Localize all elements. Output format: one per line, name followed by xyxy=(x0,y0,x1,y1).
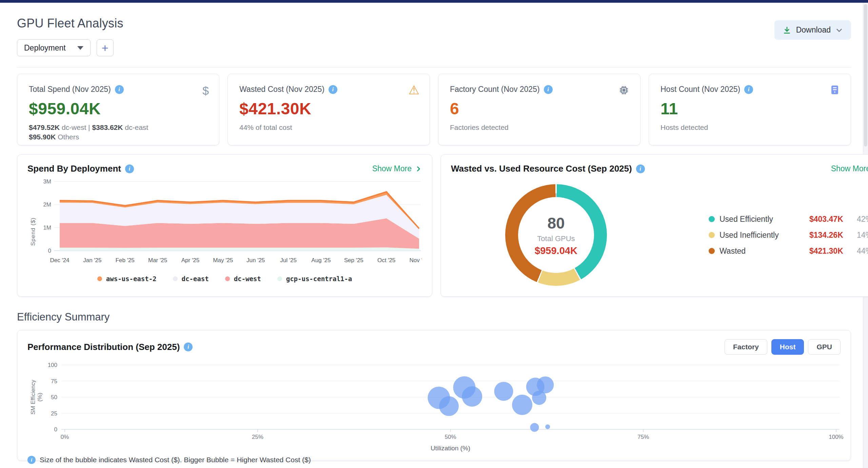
info-icon[interactable]: i xyxy=(184,343,193,351)
svg-text:Mar '25: Mar '25 xyxy=(148,257,167,264)
donut-total-label: Total GPUs xyxy=(537,234,575,243)
kpi-label: Host Count (Nov 2025) xyxy=(660,85,740,94)
donut-total-gpus: 80 xyxy=(547,214,565,232)
svg-text:2M: 2M xyxy=(43,201,51,208)
chip-icon xyxy=(618,84,630,98)
section-divider xyxy=(17,67,851,67)
svg-text:1M: 1M xyxy=(43,225,51,231)
chart-title: Spend By Deployment xyxy=(27,163,121,174)
svg-text:100: 100 xyxy=(48,362,57,368)
svg-text:Nov '25: Nov '25 xyxy=(409,257,422,264)
svg-text:0: 0 xyxy=(48,248,51,254)
toggle-host[interactable]: Host xyxy=(771,339,804,355)
svg-text:Utilization (%): Utilization (%) xyxy=(431,445,470,452)
kpi-label: Total Spend (Nov 2025) xyxy=(29,85,111,94)
legend-row: Used Efficiently $403.47K 42% xyxy=(709,215,868,224)
download-label: Download xyxy=(796,25,831,35)
legend-item[interactable]: dc-west xyxy=(225,275,261,282)
legend-dot xyxy=(277,276,282,281)
legend-label: aws-us-east-2 xyxy=(106,275,157,282)
legend-item[interactable]: gcp-us-central1-a xyxy=(277,275,352,282)
chevron-down-icon xyxy=(835,26,843,34)
info-icon[interactable]: i xyxy=(329,85,337,94)
svg-text:3M: 3M xyxy=(43,178,51,185)
kpi-value: 6 xyxy=(450,99,629,118)
performance-bubble-chart: 0255075100SM Efficiency(%)0%25%50%75%100… xyxy=(27,357,845,454)
page-title: GPU Fleet Analysis xyxy=(17,16,851,31)
server-icon xyxy=(829,84,841,97)
kpi-row: Total Spend (Nov 2025) i $ $959.04K $479… xyxy=(17,74,851,145)
group-by-select[interactable]: Deployment xyxy=(17,39,91,56)
svg-text:75: 75 xyxy=(51,378,57,385)
info-icon[interactable]: i xyxy=(115,85,124,94)
kpi-factory-count: Factory Count (Nov 2025) i 6 Factories d… xyxy=(438,74,640,145)
efficiency-summary-title: Efficiency Summary xyxy=(17,311,851,323)
info-icon[interactable]: i xyxy=(125,164,134,173)
kpi-label: Factory Count (Nov 2025) xyxy=(450,85,540,94)
donut-chart: 80 Total GPUs $959.04K xyxy=(505,184,607,286)
legend-item[interactable]: dc-east xyxy=(173,275,209,282)
show-more-link[interactable]: Show More xyxy=(831,164,868,173)
legend-dot xyxy=(225,276,230,281)
select-caret-icon xyxy=(77,46,83,50)
group-by-value: Deployment xyxy=(24,43,66,53)
legend-row: Wasted $421.30K 44% xyxy=(709,247,868,256)
toggle-gpu[interactable]: GPU xyxy=(808,339,841,355)
add-filter-button[interactable]: + xyxy=(97,39,114,56)
kpi-subtext: Factories detected xyxy=(450,123,629,132)
kpi-host-count: Host Count (Nov 2025) i 11 Hosts detecte… xyxy=(649,74,851,145)
svg-text:Feb '25: Feb '25 xyxy=(116,257,135,264)
legend-row: Used Inefficiently $134.26K 14% xyxy=(709,231,868,240)
svg-text:Aug '25: Aug '25 xyxy=(311,257,331,264)
svg-text:Jan '25: Jan '25 xyxy=(83,257,101,264)
kpi-label: Wasted Cost (Nov 2025) xyxy=(239,85,324,94)
svg-text:50: 50 xyxy=(51,394,57,401)
legend-dot xyxy=(709,248,715,254)
chart-title: Wasted vs. Used Resource Cost (Sep 2025) xyxy=(451,163,632,174)
dollar-icon: $ xyxy=(202,84,209,97)
svg-text:0: 0 xyxy=(54,426,57,433)
donut-legend: Used Efficiently $403.47K 42% Used Ineff… xyxy=(709,215,868,256)
kpi-total-spend: Total Spend (Nov 2025) i $ $959.04K $479… xyxy=(17,74,219,145)
legend-label: gcp-us-central1-a xyxy=(286,275,352,282)
kpi-subtext: $479.52K dc-west | $383.62K dc-east $95.… xyxy=(29,123,208,142)
legend-item[interactable]: aws-us-east-2 xyxy=(97,275,157,282)
svg-text:May '25: May '25 xyxy=(213,257,233,264)
legend-dot xyxy=(97,276,102,281)
legend-label: dc-east xyxy=(182,275,209,282)
donut-total-cost: $959.04K xyxy=(535,245,577,256)
svg-text:Jul '25: Jul '25 xyxy=(280,257,297,264)
spend-area-chart: 01M2M3MSpend ($)Dec '24Jan '25Feb '25Mar… xyxy=(27,178,422,272)
spend-by-deployment-card: Spend By Deployment i Show More 01M2M3MS… xyxy=(17,154,432,297)
legend-dot xyxy=(709,232,715,238)
info-icon[interactable]: i xyxy=(544,85,553,94)
svg-text:25: 25 xyxy=(51,410,57,417)
svg-text:75%: 75% xyxy=(637,434,649,440)
show-more-link[interactable]: Show More xyxy=(372,164,422,173)
scope-toggle-group: Factory Host GPU xyxy=(725,339,841,355)
legend-dot xyxy=(709,216,715,222)
svg-text:Apr '25: Apr '25 xyxy=(181,257,199,264)
download-icon xyxy=(783,26,791,35)
svg-text:Spend ($): Spend ($) xyxy=(30,217,36,246)
bubble-size-note: i Size of the bubble indicates Wasted Co… xyxy=(27,456,841,464)
kpi-value: $959.04K xyxy=(29,99,208,118)
download-button[interactable]: Download xyxy=(774,20,851,40)
info-icon: i xyxy=(27,456,36,464)
kpi-subtext: 44% of total cost xyxy=(239,123,418,132)
kpi-value: 11 xyxy=(660,99,839,118)
top-accent-bar xyxy=(0,0,868,3)
toggle-factory[interactable]: Factory xyxy=(725,339,767,355)
svg-text:Jun '25: Jun '25 xyxy=(246,257,265,264)
chart-title: Performance Distribution (Sep 2025) xyxy=(27,342,180,352)
info-icon[interactable]: i xyxy=(744,85,753,94)
svg-text:0%: 0% xyxy=(61,434,69,440)
legend-dot xyxy=(173,276,178,281)
svg-text:100%: 100% xyxy=(829,434,843,440)
info-icon[interactable]: i xyxy=(636,164,645,173)
wasted-vs-used-card: Wasted vs. Used Resource Cost (Sep 2025)… xyxy=(440,154,868,297)
warning-icon: ⚠ xyxy=(409,84,419,96)
spend-chart-legend: aws-us-east-2dc-eastdc-westgcp-us-centra… xyxy=(27,275,422,282)
kpi-subtext: Hosts detected xyxy=(660,123,839,132)
chevron-right-icon xyxy=(415,165,422,172)
